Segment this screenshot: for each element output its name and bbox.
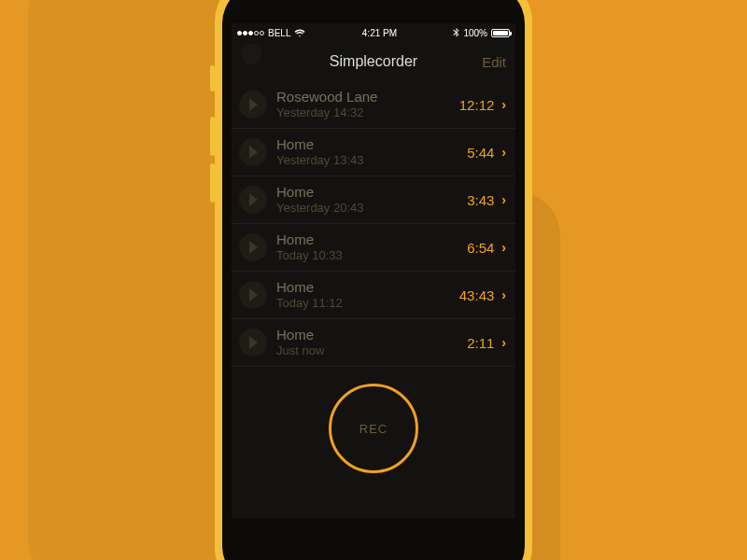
play-icon	[241, 44, 261, 64]
page-title: Simplecorder	[330, 53, 417, 70]
wifi-icon	[294, 29, 305, 37]
chevron-right-icon: ›	[501, 192, 506, 207]
record-label: REC	[359, 422, 388, 436]
clock: 4:21 PM	[362, 28, 397, 38]
recording-timestamp: Today 10:33	[276, 248, 467, 263]
volume-up-button	[210, 117, 215, 156]
play-icon[interactable]	[239, 281, 267, 309]
recording-duration: 43:43	[459, 287, 495, 303]
play-icon[interactable]	[239, 138, 267, 166]
signal-icon	[237, 31, 264, 35]
play-icon[interactable]	[239, 186, 267, 214]
chevron-right-icon: ›	[501, 97, 506, 112]
side-button	[210, 65, 215, 91]
play-icon[interactable]	[239, 329, 267, 357]
record-button[interactable]: REC	[329, 384, 418, 473]
play-icon[interactable]	[239, 233, 267, 261]
recordings-list: Rosewood Lane Yesterday 14:32 12:12 › Ho…	[232, 81, 515, 367]
battery-icon	[491, 29, 510, 37]
list-item[interactable]: Home Yesterday 20:43 3:43 ›	[232, 176, 515, 224]
recording-duration: 6:54	[467, 240, 494, 256]
recording-timestamp: Yesterday 14:32	[276, 105, 459, 120]
nav-bar: Simplecorder Edit	[232, 42, 515, 81]
list-item[interactable]: Rosewood Lane Yesterday 14:32 12:12 ›	[232, 81, 515, 129]
recording-timestamp: Today 11:12	[276, 296, 459, 311]
list-item[interactable]: Home Today 11:12 43:43 ›	[232, 272, 515, 319]
recording-title: Home	[276, 279, 459, 296]
recording-timestamp: Just now	[276, 343, 467, 358]
screen: BELL 4:21 PM 100% Simplecorder Edit Rose…	[232, 23, 515, 518]
recording-title: Home	[276, 231, 467, 248]
chevron-right-icon: ›	[501, 240, 506, 255]
carrier-label: BELL	[268, 28, 290, 38]
recording-duration: 2:11	[467, 335, 494, 351]
bluetooth-icon	[453, 28, 459, 38]
play-icon[interactable]	[239, 91, 267, 119]
chevron-right-icon: ›	[501, 145, 506, 160]
list-item[interactable]: Home Yesterday 13:43 5:44 ›	[232, 129, 515, 176]
recording-duration: 5:44	[467, 145, 494, 161]
recording-duration: 12:12	[459, 97, 495, 113]
volume-down-button	[210, 163, 215, 203]
list-item[interactable]: Home Just now 2:11 ›	[232, 319, 515, 367]
list-item[interactable]: Home Today 10:33 6:54 ›	[232, 224, 515, 272]
battery-percent: 100%	[463, 28, 487, 38]
chevron-right-icon: ›	[501, 335, 506, 350]
recording-timestamp: Yesterday 13:43	[276, 153, 467, 168]
phone-frame: BELL 4:21 PM 100% Simplecorder Edit Rose…	[215, 0, 532, 560]
recording-title: Rosewood Lane	[276, 89, 459, 105]
recording-timestamp: Yesterday 20:43	[276, 201, 467, 216]
recording-title: Home	[276, 327, 467, 343]
recording-title: Home	[276, 136, 467, 153]
nav-ghost-row	[241, 44, 261, 64]
status-bar: BELL 4:21 PM 100%	[232, 23, 515, 42]
recording-title: Home	[276, 184, 467, 201]
recording-duration: 3:43	[467, 192, 494, 208]
edit-button[interactable]: Edit	[482, 54, 506, 70]
chevron-right-icon: ›	[501, 287, 506, 302]
